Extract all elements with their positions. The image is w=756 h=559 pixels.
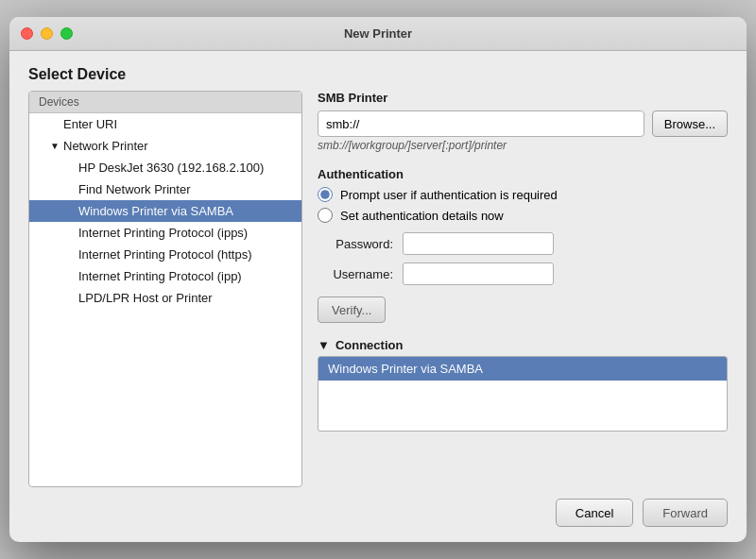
password-input[interactable] xyxy=(403,232,554,255)
connection-title: Connection xyxy=(335,338,404,352)
tree-item-ipp[interactable]: Internet Printing Protocol (ipp) xyxy=(29,265,301,287)
password-row: Password: xyxy=(318,232,728,255)
tree-item-https[interactable]: Internet Printing Protocol (https) xyxy=(29,244,301,265)
smb-hint: smb://[workgroup/]server[:port]/printer xyxy=(318,139,728,152)
label-enter-uri: Enter URI xyxy=(63,117,117,131)
arrow-network-printer: ▼ xyxy=(50,141,60,151)
window-body: Select Device Devices Enter URI ▼ Networ… xyxy=(9,51,747,542)
tree-item-find-network[interactable]: Find Network Printer xyxy=(29,178,301,200)
tree-item-lpd[interactable]: LPD/LPR Host or Printer xyxy=(29,287,301,309)
close-button[interactable] xyxy=(21,27,33,40)
connection-list: Windows Printer via SAMBA xyxy=(318,356,728,432)
label-find-network: Find Network Printer xyxy=(78,182,190,196)
maximize-button[interactable] xyxy=(60,27,73,40)
label-ipp: Internet Printing Protocol (ipp) xyxy=(78,269,242,283)
auth-section: Authentication Prompt user if authentica… xyxy=(318,167,728,323)
smb-input[interactable] xyxy=(318,110,644,137)
username-label: Username: xyxy=(318,267,393,281)
radio-prompt-label: Prompt user if authentication is require… xyxy=(340,188,558,202)
radio-group: Prompt user if authentication is require… xyxy=(318,187,728,223)
label-https: Internet Printing Protocol (https) xyxy=(78,247,252,262)
content-area: Devices Enter URI ▼ Network Printer HP D… xyxy=(9,91,747,487)
tree-item-hp-deskjet[interactable]: HP DeskJet 3630 (192.168.2.100) xyxy=(29,157,301,178)
traffic-lights xyxy=(21,27,73,40)
cancel-button[interactable]: Cancel xyxy=(556,499,633,527)
forward-button[interactable]: Forward xyxy=(643,499,728,527)
window-title: New Printer xyxy=(344,26,412,41)
right-panel: SMB Printer Browse... smb://[workgroup/]… xyxy=(318,91,728,487)
smb-input-row: Browse... xyxy=(318,110,728,137)
page-title: Select Device xyxy=(9,51,747,91)
connection-arrow-icon: ▼ xyxy=(318,338,330,352)
auth-title: Authentication xyxy=(318,167,728,181)
footer: Cancel Forward xyxy=(9,487,747,542)
label-hp-deskjet: HP DeskJet 3630 (192.168.2.100) xyxy=(78,161,264,175)
window: New Printer Select Device Devices Enter … xyxy=(9,17,747,542)
password-label: Password: xyxy=(318,237,393,251)
smb-section: SMB Printer Browse... smb://[workgroup/]… xyxy=(318,91,728,152)
radio-prompt-input[interactable] xyxy=(318,187,333,202)
label-windows-samba: Windows Printer via SAMBA xyxy=(78,204,233,218)
tree-item-windows-samba[interactable]: Windows Printer via SAMBA xyxy=(29,200,301,222)
username-row: Username: xyxy=(318,263,728,285)
radio-prompt[interactable]: Prompt user if authentication is require… xyxy=(318,187,728,202)
label-network-printer: Network Printer xyxy=(63,139,148,153)
browse-button[interactable]: Browse... xyxy=(652,110,728,137)
tree-item-enter-uri[interactable]: Enter URI xyxy=(29,113,301,135)
radio-set-details[interactable]: Set authentication details now xyxy=(318,208,728,223)
minimize-button[interactable] xyxy=(41,27,53,40)
titlebar: New Printer xyxy=(9,17,747,51)
username-input[interactable] xyxy=(403,263,554,285)
connection-header: ▼ Connection xyxy=(318,338,728,352)
label-lpd: LPD/LPR Host or Printer xyxy=(78,291,213,305)
radio-set-details-label: Set authentication details now xyxy=(340,209,504,223)
radio-set-details-input[interactable] xyxy=(318,208,333,223)
smb-title: SMB Printer xyxy=(318,91,728,105)
left-panel: Devices Enter URI ▼ Network Printer HP D… xyxy=(28,91,302,487)
label-ipps: Internet Printing Protocol (ipps) xyxy=(78,226,248,240)
devices-section-header: Devices xyxy=(29,92,301,113)
verify-button[interactable]: Verify... xyxy=(318,296,386,323)
connection-item-samba[interactable]: Windows Printer via SAMBA xyxy=(318,357,727,381)
tree-item-ipps[interactable]: Internet Printing Protocol (ipps) xyxy=(29,222,301,244)
tree-item-network-printer[interactable]: ▼ Network Printer xyxy=(29,135,301,157)
connection-section: ▼ Connection Windows Printer via SAMBA xyxy=(318,338,728,432)
connection-item-label: Windows Printer via SAMBA xyxy=(328,362,483,376)
